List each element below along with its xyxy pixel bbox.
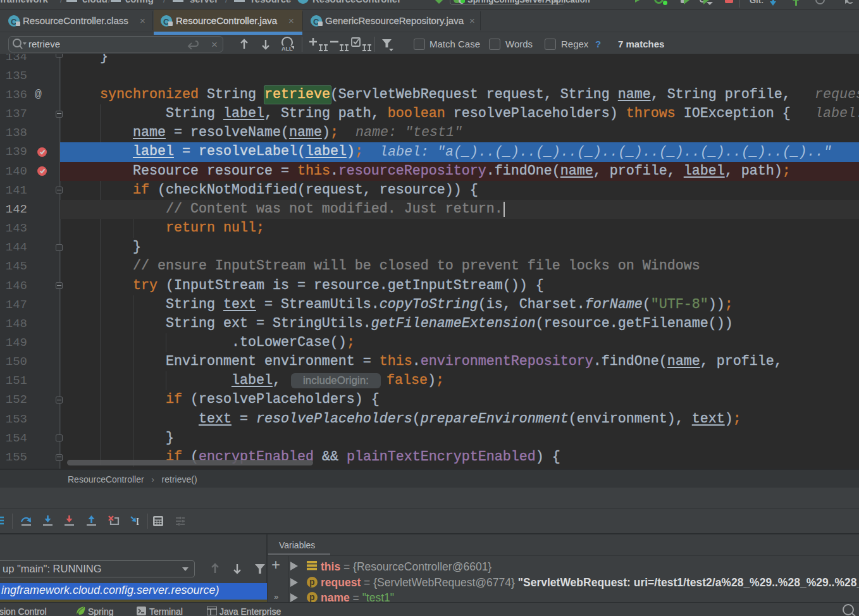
svg-text:ALL: ALL	[281, 46, 293, 52]
